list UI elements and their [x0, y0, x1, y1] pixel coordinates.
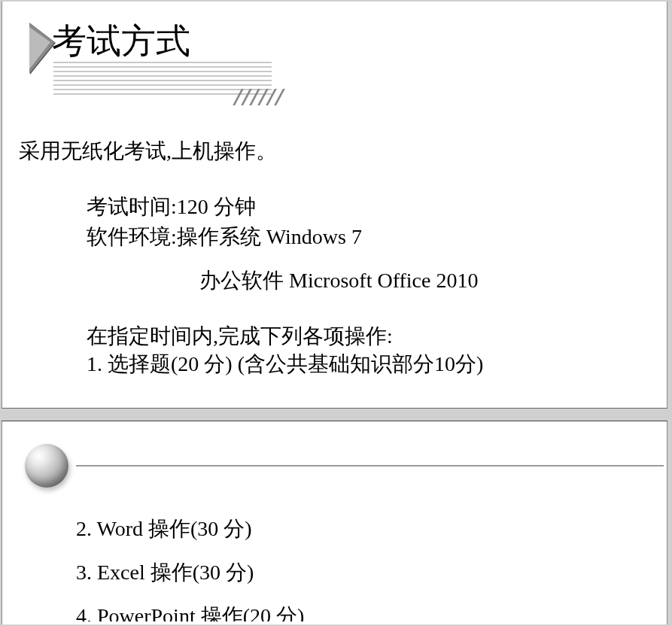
- office-software-line: 办公软件 Microsoft Office 2010: [199, 266, 667, 295]
- tasks-block: 在指定时间内,完成下列各项操作: 1. 选择题(20 分) (含公共基础知识部分…: [87, 322, 667, 379]
- task-item-4: 4. PowerPoint 操作(20 分): [76, 602, 667, 621]
- task-item-2: 2. Word 操作(30 分): [76, 515, 667, 543]
- diagonal-hatch-icon: [237, 89, 296, 105]
- horizontal-rule-icon: [76, 465, 664, 466]
- slide-title-block: 考试方式: [32, 20, 667, 95]
- arrow-decoration-icon: [29, 23, 55, 74]
- details-block: 考试时间:120 分钟 软件环境:操作系统 Windows 7: [87, 193, 667, 251]
- sphere-heading-row: [25, 444, 667, 488]
- duration-line: 考试时间:120 分钟: [87, 193, 667, 221]
- tasks-heading: 在指定时间内,完成下列各项操作:: [87, 322, 667, 351]
- intro-text: 采用无纸化考试,上机操作。: [19, 137, 667, 166]
- sphere-bullet-icon: [25, 444, 68, 488]
- environment-line: 软件环境:操作系统 Windows 7: [87, 223, 667, 251]
- task-item-3: 3. Excel 操作(30 分): [76, 558, 667, 587]
- slide-title: 考试方式: [52, 18, 190, 65]
- task-item-1: 1. 选择题(20 分) (含公共基础知识部分10分): [87, 350, 667, 378]
- slide-1: 考试方式 采用无纸化考试,上机操作。 考试时间:120 分钟 软件环境:操作系统…: [2, 2, 667, 408]
- slide-separator: [2, 408, 667, 421]
- task-list: 2. Word 操作(30 分) 3. Excel 操作(30 分) 4. Po…: [76, 515, 667, 621]
- slide-2: 2. Word 操作(30 分) 3. Excel 操作(30 分) 4. Po…: [2, 421, 667, 624]
